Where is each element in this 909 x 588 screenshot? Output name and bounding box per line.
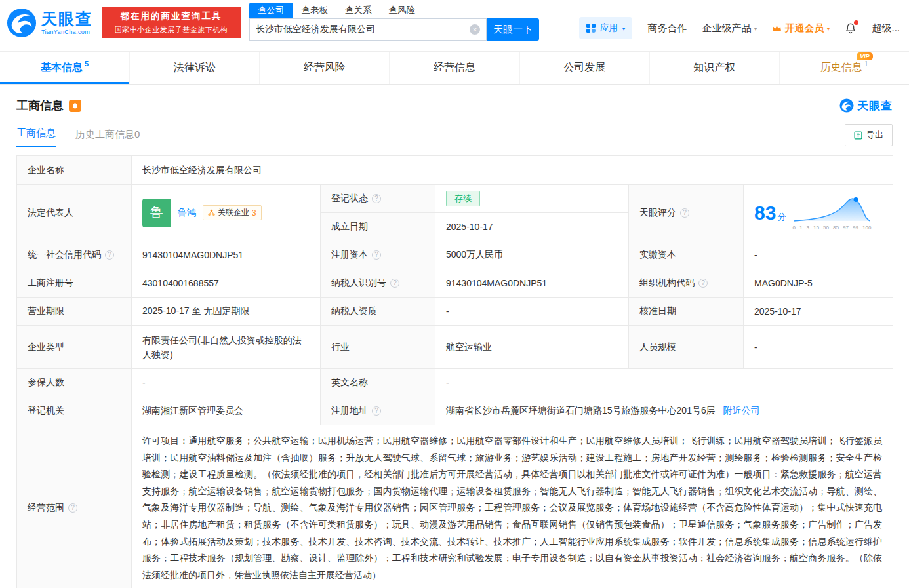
value-business-term: 2025-10-17 至 无固定期限 bbox=[132, 298, 321, 326]
promo-line1: 都在用的商业查询工具 bbox=[121, 10, 222, 22]
value-legal-rep: 鲁 鲁鸿 关联企业 3 bbox=[132, 185, 321, 241]
tab-legal-proceedings[interactable]: 法律诉讼 bbox=[130, 52, 260, 84]
search-tab-company[interactable]: 查公司 bbox=[249, 3, 293, 18]
label-org-code: 组织机构代码? bbox=[629, 269, 744, 298]
label-staff-size: 人员规模 bbox=[629, 326, 744, 369]
search-type-tabs: 查公司 查老板 查关系 查风险 bbox=[249, 3, 539, 18]
watermark-text: 天眼查 bbox=[857, 98, 893, 113]
label-reg-capital: 注册资本? bbox=[321, 241, 435, 269]
value-reg-status: 存续 bbox=[435, 185, 629, 213]
header-right-menu: 应用 ▾ 商务合作 企业级产品 ▾ 开通会员 ▾ 超级... bbox=[579, 17, 900, 39]
section-title: 工商信息 bbox=[16, 98, 64, 113]
value-industry: 航空运输业 bbox=[435, 326, 629, 369]
search-block: 查公司 查老板 查关系 查风险 × 天眼一下 bbox=[249, 3, 539, 41]
link-business-coop[interactable]: 商务合作 bbox=[647, 22, 687, 35]
promo-line2: 国家中小企业发展子基金旗下机构 bbox=[115, 25, 228, 35]
link-enterprise-product[interactable]: 企业级产品 ▾ bbox=[702, 22, 757, 35]
nearby-companies-link[interactable]: 附近公司 bbox=[723, 405, 760, 416]
help-icon[interactable]: ? bbox=[68, 503, 77, 513]
legal-rep-name-link[interactable]: 鲁鸿 bbox=[178, 207, 196, 219]
tianyancha-logo[interactable]: 天眼查 TianYanCha.com bbox=[7, 8, 92, 38]
label-taxpayer-id: 纳税人识别号? bbox=[321, 269, 435, 298]
promo-banner: 都在用的商业查询工具 国家中小企业发展子基金旗下机构 bbox=[102, 7, 241, 38]
tab-intellectual-property[interactable]: 知识产权 bbox=[650, 52, 780, 84]
search-tab-risk[interactable]: 查风险 bbox=[380, 3, 424, 18]
related-companies-icon bbox=[208, 209, 215, 216]
tianyancha-logo-icon bbox=[7, 8, 37, 38]
label-company-type: 企业类型 bbox=[17, 326, 132, 369]
tab-basic-info[interactable]: 基本信息 5 bbox=[0, 52, 130, 84]
value-company-type: 有限责任公司(非自然人投资或控股的法人独资) bbox=[132, 326, 321, 369]
help-icon[interactable]: ? bbox=[680, 208, 689, 218]
reg-address-text: 湖南省长沙市岳麓区坪塘街道石门塘路15号旅游服务中心201号6层 bbox=[446, 405, 716, 416]
value-insured-count: - bbox=[132, 369, 321, 397]
tab-label: 公司发展 bbox=[563, 61, 605, 75]
help-icon[interactable]: ? bbox=[372, 250, 381, 260]
help-icon[interactable]: ? bbox=[698, 279, 708, 288]
label-establish-date: 成立日期 bbox=[321, 213, 435, 241]
value-reg-authority: 湖南湘江新区管理委员会 bbox=[132, 397, 321, 425]
chevron-down-icon: ▾ bbox=[754, 25, 757, 32]
subtab-business-registration[interactable]: 工商信息 bbox=[16, 127, 56, 147]
search-tab-relation[interactable]: 查关系 bbox=[336, 3, 380, 18]
tab-company-development[interactable]: 公司发展 bbox=[520, 52, 650, 84]
top-header: 天眼查 TianYanCha.com 都在用的商业查询工具 国家中小企业发展子基… bbox=[0, 0, 909, 52]
search-tab-boss[interactable]: 查老板 bbox=[293, 3, 337, 18]
score-curve-chart: 01 315 5085 9799 100 bbox=[792, 195, 872, 231]
label-approval-date: 核准日期 bbox=[629, 298, 744, 326]
link-super-vip[interactable]: 超级... bbox=[872, 22, 900, 35]
export-button[interactable]: 导出 bbox=[845, 124, 893, 146]
help-icon[interactable]: ? bbox=[105, 250, 114, 260]
link-open-vip[interactable]: 开通会员 ▾ bbox=[772, 22, 830, 35]
subscribe-bell-icon[interactable] bbox=[69, 100, 81, 112]
main-content: 工商信息 天眼查 工商信息 历史工商信息0 导出 bbox=[0, 98, 909, 588]
tab-history-info[interactable]: 历史信息 VIP 1 bbox=[780, 52, 909, 84]
business-info-table: 企业名称 长沙市低空经济发展有限公司 法定代表人 鲁 鲁鸿 关联 bbox=[16, 155, 893, 588]
tianyancha-logo-icon bbox=[839, 98, 854, 113]
search-input-wrap: × bbox=[249, 18, 487, 41]
clear-search-icon[interactable]: × bbox=[470, 24, 480, 35]
value-reg-address: 湖南省长沙市岳麓区坪塘街道石门塘路15号旅游服务中心201号6层 附近公司 bbox=[435, 397, 893, 425]
tab-label: 经营风险 bbox=[304, 61, 346, 75]
watermark-logo: 天眼查 bbox=[839, 98, 893, 113]
label-company-name: 企业名称 bbox=[17, 156, 132, 185]
value-paid-capital: - bbox=[744, 241, 893, 269]
subtab-history-registration[interactable]: 历史工商信息0 bbox=[75, 128, 140, 147]
value-reg-number: 430104001688557 bbox=[132, 269, 321, 298]
notification-dot bbox=[854, 20, 859, 25]
help-icon[interactable]: ? bbox=[390, 279, 399, 288]
tab-label: 历史信息 bbox=[820, 62, 862, 73]
help-icon[interactable]: ? bbox=[372, 406, 381, 416]
value-english-name: - bbox=[435, 369, 893, 397]
tab-label: 法律诉讼 bbox=[174, 61, 216, 75]
search-button[interactable]: 天眼一下 bbox=[487, 18, 539, 41]
chevron-down-icon: ▾ bbox=[826, 25, 830, 32]
export-icon bbox=[854, 131, 862, 140]
notification-bell-icon[interactable] bbox=[845, 22, 857, 34]
label-business-scope: 经营范围? bbox=[17, 425, 132, 588]
label-reg-address: 注册地址? bbox=[321, 397, 435, 425]
value-taxpayer-quality: - bbox=[435, 298, 629, 326]
apps-menu[interactable]: 应用 ▾ bbox=[579, 17, 632, 39]
tab-business-info[interactable]: 经营信息 bbox=[390, 52, 519, 84]
search-input[interactable] bbox=[256, 24, 470, 35]
label-paid-capital: 实缴资本 bbox=[629, 241, 744, 269]
chevron-down-icon: ▾ bbox=[622, 25, 625, 32]
value-org-code: MAG0DNJP-5 bbox=[744, 269, 893, 298]
apps-label: 应用 bbox=[599, 22, 618, 34]
legal-rep-avatar[interactable]: 鲁 bbox=[142, 199, 171, 227]
related-companies-count: 3 bbox=[252, 208, 256, 218]
apps-grid-icon bbox=[586, 24, 596, 33]
status-badge: 存续 bbox=[446, 191, 480, 206]
score-axis-labels: 01 315 5085 9799 100 bbox=[792, 225, 871, 231]
label-reg-number: 工商注册号 bbox=[17, 269, 132, 298]
related-companies-badge[interactable]: 关联企业 3 bbox=[203, 205, 262, 220]
value-tianyan-score: 83分 bbox=[744, 185, 893, 241]
value-taxpayer-id: 91430104MAG0DNJP51 bbox=[435, 269, 629, 298]
label-business-term: 营业期限 bbox=[17, 298, 132, 326]
label-legal-rep: 法定代表人 bbox=[17, 185, 132, 241]
label-tianyan-score: 天眼评分? bbox=[629, 185, 744, 241]
tab-operating-risk[interactable]: 经营风险 bbox=[260, 52, 390, 84]
value-business-scope: 许可项目：通用航空服务；公共航空运输；民用机场运营；民用航空器维修；民用航空器零… bbox=[132, 425, 893, 588]
help-icon[interactable]: ? bbox=[372, 194, 381, 203]
